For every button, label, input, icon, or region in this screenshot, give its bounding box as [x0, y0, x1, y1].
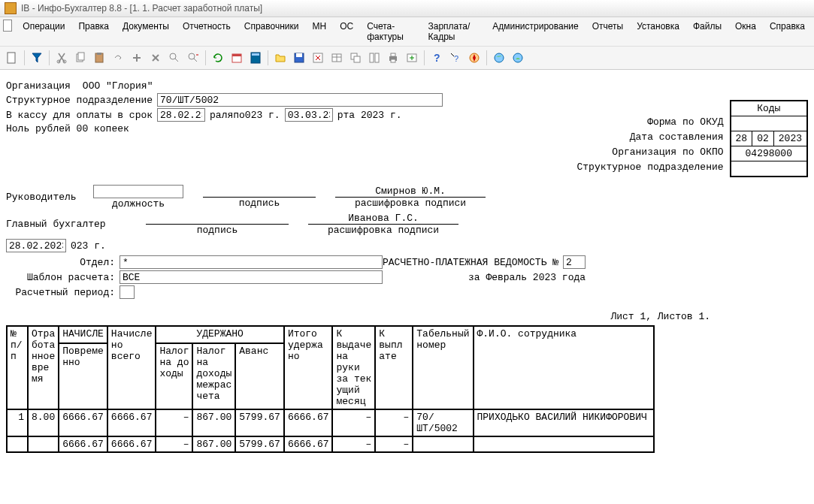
menu-help[interactable]: Справка — [764, 20, 811, 44]
dept-input[interactable] — [120, 255, 383, 269]
svg-rect-4 — [78, 53, 84, 60]
menu-payroll[interactable]: Зарплата/Кадры — [422, 20, 485, 44]
tb-copy[interactable] — [71, 49, 89, 67]
th-tax1: Налог на до ходы — [156, 343, 192, 409]
menu-reports2[interactable]: Отчеты — [586, 20, 629, 44]
tb-globe2[interactable] — [509, 49, 527, 67]
menu-windows[interactable]: Окна — [729, 20, 762, 44]
doc-period: за Февраль 2023 года — [383, 272, 586, 283]
sheets-info: Лист 1, Листов 1. — [6, 311, 710, 322]
cash-mid2: рта 2023 г. — [337, 110, 402, 121]
date-dd: 28 — [731, 131, 752, 146]
svg-point-7 — [170, 53, 176, 59]
tb-calc[interactable] — [247, 49, 265, 67]
doc-date-input[interactable] — [6, 239, 66, 252]
svg-rect-6 — [97, 53, 101, 55]
position-sub: должность — [93, 198, 183, 210]
menu-os[interactable]: ОС — [334, 20, 359, 44]
tb-help[interactable]: ? — [428, 49, 446, 67]
tb-delete[interactable] — [147, 49, 165, 67]
tb-refresh[interactable] — [209, 49, 227, 67]
menu-files[interactable]: Файлы — [687, 20, 728, 44]
th-issue: К выдаче на руки за тек ущий месяц — [332, 326, 375, 409]
svg-text:?: ? — [454, 54, 458, 63]
svg-rect-19 — [370, 53, 374, 62]
menu-directories[interactable]: Справочники — [238, 20, 305, 44]
period-input[interactable] — [120, 285, 135, 299]
th-wtotal: Итого удержа но — [284, 326, 333, 409]
menu-documents[interactable]: Документы — [117, 20, 175, 44]
tb-next[interactable] — [184, 49, 202, 67]
tb-context-help[interactable]: ? — [446, 49, 464, 67]
head-label: Руководитель — [6, 192, 89, 203]
menu-admin[interactable]: Администрирование — [486, 20, 584, 44]
doc-date-tail: 023 г. — [71, 240, 106, 252]
menu-operations[interactable]: Операции — [17, 20, 71, 44]
tb-document[interactable] — [3, 49, 21, 67]
tb-export[interactable] — [403, 49, 421, 67]
svg-rect-14 — [296, 53, 302, 57]
doc-title: РАСЧЕТНО-ПЛАТЕЖНАЯ ВЕДОМОСТЬ № — [383, 257, 558, 268]
svg-rect-12 — [252, 53, 259, 56]
menu-edit[interactable]: Правка — [72, 20, 115, 44]
svg-rect-0 — [8, 53, 15, 63]
decode-sub: расшифровка подписи — [335, 198, 486, 209]
tb-paste[interactable] — [90, 49, 108, 67]
th-tax2: Налог на доходы межрас чета — [192, 343, 235, 409]
head-name: Смирнов Ю.М. — [335, 186, 486, 198]
codes-header: Коды — [731, 101, 807, 116]
tb-tile[interactable] — [365, 49, 383, 67]
tb-open[interactable] — [271, 49, 289, 67]
chief-label: Главный бухгалтер — [6, 219, 111, 230]
svg-rect-10 — [232, 54, 241, 56]
doc-num-input[interactable] — [563, 255, 586, 269]
tb-redo[interactable] — [109, 49, 127, 67]
date-yy: 2023 — [773, 131, 807, 146]
tb-tables[interactable] — [328, 49, 346, 67]
cash-date1[interactable] — [157, 108, 205, 122]
tb-globe1[interactable] — [490, 49, 508, 67]
tb-save[interactable] — [290, 49, 308, 67]
th-worked: Отра бота нное вре мя — [28, 326, 59, 409]
date-mm: 02 — [752, 131, 774, 146]
subdiv-code-cell — [731, 161, 807, 177]
okpo-cell: 04298000 — [731, 146, 807, 161]
th-fio: Ф.И.О. сотрудника — [474, 326, 654, 409]
tpl-input[interactable] — [120, 270, 383, 284]
document-icon[interactable] — [3, 20, 12, 32]
subdiv-input[interactable] — [157, 93, 443, 107]
codes-table: Коды 28 02 2023 04298000 — [730, 100, 808, 177]
svg-rect-22 — [391, 53, 395, 56]
tb-search[interactable] — [165, 49, 183, 67]
dept-label: Отдел: — [6, 257, 115, 268]
org-name: ООО "Глория" — [83, 80, 153, 92]
th-tabno: Табельный номер — [413, 326, 473, 409]
svg-rect-20 — [375, 53, 379, 62]
th-accrual: НАЧИСЛЕ — [59, 326, 107, 343]
tpl-label: Шаблон расчета: — [6, 272, 115, 283]
tb-close-win[interactable] — [309, 49, 327, 67]
chief-decode-sub: расшифровка подписи — [308, 225, 458, 236]
tb-filter[interactable] — [28, 49, 46, 67]
tb-date[interactable] — [228, 49, 246, 67]
head-position-input[interactable] — [93, 185, 183, 198]
tb-print[interactable] — [384, 49, 402, 67]
cash-date2[interactable] — [285, 108, 333, 122]
table-row[interactable]: 1 8.00 6666.67 6666.67 – 867.00 5799.67 … — [7, 409, 654, 436]
cash-label: В кассу для оплаты в срок — [6, 110, 153, 121]
tb-cascade[interactable] — [346, 49, 365, 67]
tb-compass[interactable] — [465, 49, 483, 67]
menu-mn[interactable]: МН — [306, 20, 332, 44]
menu-invoices[interactable]: Счета-фактуры — [361, 20, 420, 44]
tb-add[interactable] — [128, 49, 146, 67]
menu-reports[interactable]: Отчетность — [177, 20, 237, 44]
subdiv-code-label: Структурное подразделение — [577, 160, 724, 175]
th-advance: Аванс — [235, 343, 284, 409]
app-icon — [5, 2, 17, 14]
svg-point-8 — [189, 53, 195, 59]
menu-install[interactable]: Установка — [631, 20, 685, 44]
svg-point-28 — [495, 53, 504, 62]
th-withheld: УДЕРЖАНО — [156, 326, 283, 343]
tb-cut[interactable] — [53, 49, 71, 67]
th-npp: № п/п — [7, 326, 28, 409]
